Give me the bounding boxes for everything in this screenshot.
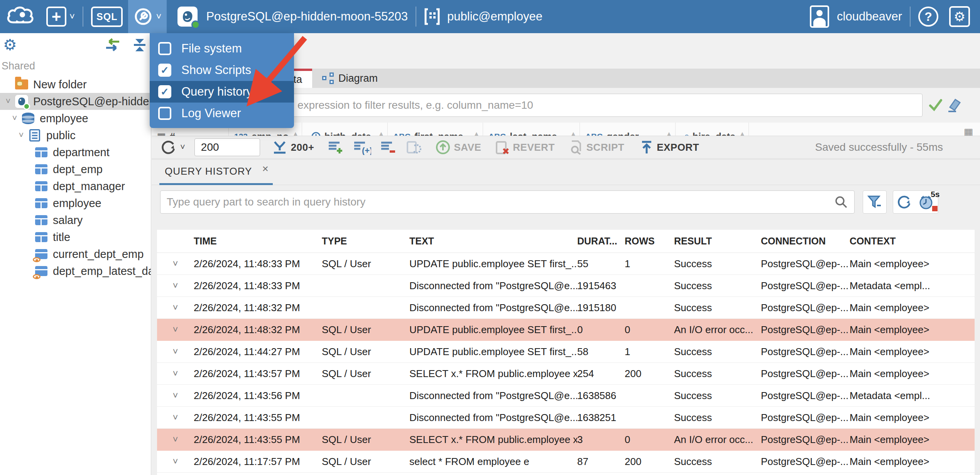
- tools-menu-button[interactable]: ˅: [128, 0, 167, 33]
- sort-icon[interactable]: ▲▼: [739, 131, 745, 136]
- checkbox[interactable]: ✓: [158, 107, 171, 120]
- auto-refresh-button[interactable]: 5s: [918, 194, 935, 211]
- tree-item[interactable]: dept_emp_latest_date: [0, 263, 151, 280]
- sql-editor-button[interactable]: SQL: [86, 0, 128, 33]
- app-logo[interactable]: [0, 0, 41, 33]
- connection-selector[interactable]: PostgreSQL@ep-hidden-moon-55203: [172, 0, 413, 33]
- history-row[interactable]: ˅ 2/26/2024, 11:17:57 PM SQL / User sele…: [157, 451, 975, 473]
- sort-icon[interactable]: ▲▼: [473, 131, 480, 136]
- history-row[interactable]: ˅ 2/26/2024, 11:43:57 PM SQL / User SELE…: [157, 363, 975, 385]
- history-row[interactable]: ˅ 2/26/2024, 11:43:55 PM Disconnected fr…: [157, 407, 975, 429]
- tree-item[interactable]: ˅ public: [0, 127, 151, 144]
- tab-query-history[interactable]: QUERY HISTORY ×: [159, 160, 273, 185]
- cell-rows: 0: [625, 434, 674, 446]
- tree-item[interactable]: ˅ employee: [0, 110, 151, 127]
- expand-chevron-icon[interactable]: ˅: [157, 346, 194, 357]
- menu-item[interactable]: ✓ Query history: [150, 81, 294, 103]
- sort-icon[interactable]: ▲▼: [378, 131, 384, 136]
- expand-chevron-icon[interactable]: ˅: [157, 390, 194, 401]
- cell-connection: PostgreSQL@ep-...: [761, 434, 850, 446]
- tree-item[interactable]: New folder: [0, 76, 151, 93]
- export-button[interactable]: EXPORT: [640, 140, 699, 155]
- history-row[interactable]: ˅ 2/26/2024, 11:48:33 PM SQL / User UPDA…: [157, 253, 975, 275]
- grid-column-header[interactable]: ABC gender ▲▼: [580, 123, 676, 136]
- expand-chevron-icon[interactable]: ˅: [157, 434, 194, 445]
- user-menu[interactable]: cloudbeaver: [804, 0, 907, 33]
- tree-item[interactable]: dept_manager: [0, 178, 151, 195]
- history-column-header[interactable]: RESULT: [674, 236, 761, 247]
- history-row[interactable]: ˅ 2/26/2024, 11:44:27 PM SQL / User UPDA…: [157, 341, 975, 363]
- history-column-header[interactable]: CONTEXT: [850, 236, 975, 247]
- tree-item[interactable]: title: [0, 229, 151, 246]
- grid-column-header[interactable]: ABC last_name ▲▼: [483, 123, 580, 136]
- sort-icon[interactable]: ▲▼: [570, 131, 576, 136]
- checkbox[interactable]: ✓: [158, 64, 171, 77]
- delete-row-button[interactable]: [380, 140, 397, 155]
- menu-item[interactable]: ✓ File system: [150, 38, 294, 59]
- fetch-size-input[interactable]: 200: [194, 138, 260, 156]
- script-button[interactable]: SCRIPT: [568, 140, 624, 155]
- refresh-icon[interactable]: [896, 194, 912, 210]
- filter-expression-input[interactable]: expression to filter results, e.g. colum…: [195, 94, 923, 117]
- history-row[interactable]: ˅ 2/26/2024, 11:48:32 PM Disconnected fr…: [157, 297, 975, 319]
- history-column-header[interactable]: TYPE: [322, 236, 409, 247]
- history-column-header[interactable]: CONNECTION: [761, 236, 850, 247]
- duplicate-row-button[interactable]: (+): [353, 140, 371, 155]
- schema-selector[interactable]: public@employee: [419, 0, 548, 33]
- history-column-header[interactable]: TEXT: [409, 236, 577, 247]
- query-history-search-input[interactable]: Type query part to search in query histo…: [160, 190, 855, 214]
- checkbox[interactable]: ✓: [158, 85, 171, 98]
- refresh-button[interactable]: ˅: [160, 139, 185, 156]
- settings-button[interactable]: ⚙: [944, 0, 980, 33]
- apply-filter-icon[interactable]: [928, 97, 943, 113]
- sort-icon[interactable]: ▲▼: [292, 131, 299, 136]
- tab-diagram[interactable]: Diagram: [312, 69, 388, 88]
- chevron-down-icon: ˅: [156, 11, 161, 22]
- history-column-header[interactable]: TIME: [194, 236, 322, 247]
- chevron-down-icon[interactable]: ˅: [15, 130, 28, 140]
- close-icon[interactable]: ×: [262, 163, 269, 175]
- expand-chevron-icon[interactable]: ˅: [157, 368, 194, 379]
- tree-item[interactable]: salary: [0, 212, 151, 229]
- add-row-button[interactable]: [327, 140, 344, 155]
- navigator-settings-icon[interactable]: ⚙: [3, 36, 17, 54]
- revert-button[interactable]: REVERT: [494, 140, 554, 155]
- new-object-button[interactable]: + ˅: [41, 0, 80, 33]
- history-row[interactable]: ˅ 2/26/2024, 11:43:56 PM Disconnected fr…: [157, 385, 975, 407]
- refresh-grid-button[interactable]: [405, 139, 422, 156]
- grid-column-header[interactable]: birth_date ▲▼: [302, 123, 388, 136]
- grid-column-header[interactable]: hire_date ▲▼: [676, 123, 749, 136]
- link-editor-icon[interactable]: [104, 38, 122, 52]
- checkbox[interactable]: ✓: [158, 42, 171, 55]
- menu-item[interactable]: ✓ Show Scripts: [150, 59, 294, 81]
- grid-select-all-icon[interactable]: ▦: [157, 131, 166, 136]
- menu-item[interactable]: ✓ Log Viewer: [150, 103, 294, 124]
- help-button[interactable]: ?: [913, 0, 944, 33]
- history-row[interactable]: ˅ 2/26/2024, 11:48:32 PM SQL / User UPDA…: [157, 319, 975, 341]
- save-button[interactable]: SAVE: [435, 140, 481, 155]
- expand-chevron-icon[interactable]: ˅: [157, 456, 194, 467]
- expand-chevron-icon[interactable]: ˅: [157, 258, 194, 269]
- tree-item[interactable]: department: [0, 144, 151, 161]
- chevron-down-icon[interactable]: ˅: [8, 113, 21, 123]
- fetch-more-button[interactable]: 200+: [272, 140, 314, 155]
- tree-item[interactable]: employee: [0, 195, 151, 212]
- history-row[interactable]: ˅ 2/26/2024, 11:43:55 PM SQL / User SELE…: [157, 429, 975, 451]
- expand-chevron-icon[interactable]: ˅: [157, 280, 194, 291]
- history-column-header[interactable]: ROWS: [625, 236, 674, 247]
- expand-chevron-icon[interactable]: ˅: [157, 412, 194, 423]
- history-column-header[interactable]: DURAT...: [577, 236, 625, 247]
- clear-filter-icon[interactable]: [945, 97, 961, 113]
- collapse-all-icon[interactable]: [132, 37, 148, 52]
- expand-chevron-icon[interactable]: ˅: [157, 302, 194, 313]
- tree-item[interactable]: ˅ PostgreSQL@ep-hidden-: [0, 93, 151, 110]
- tree-item[interactable]: current_dept_emp: [0, 246, 151, 263]
- history-row[interactable]: ˅ 2/26/2024, 11:48:33 PM Disconnected fr…: [157, 275, 975, 297]
- chevron-down-icon[interactable]: ˅: [2, 96, 15, 106]
- column-picker-icon[interactable]: ▦: [957, 123, 980, 136]
- expand-chevron-icon[interactable]: ˅: [157, 324, 194, 335]
- tree-item[interactable]: dept_emp: [0, 161, 151, 178]
- history-filter-button[interactable]: [863, 190, 887, 214]
- grid-column-header[interactable]: ABC first_name ▲▼: [388, 123, 483, 136]
- sort-icon[interactable]: ▲▼: [666, 131, 672, 136]
